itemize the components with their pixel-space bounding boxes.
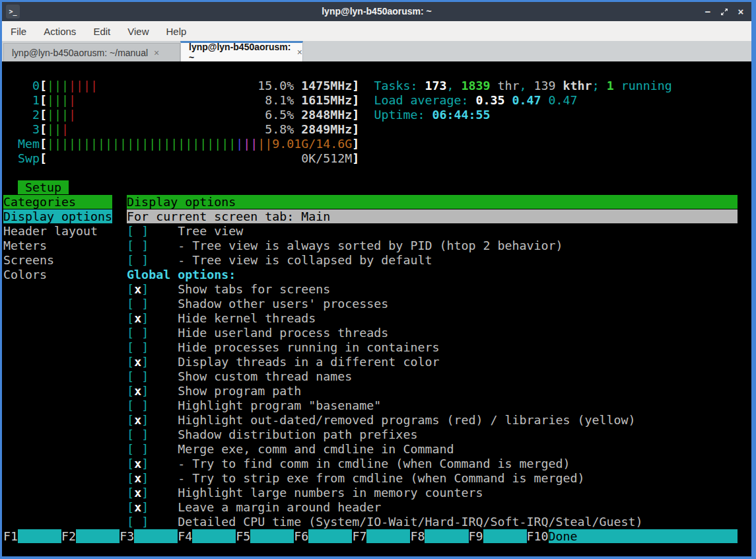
text-segment: ||| (47, 108, 69, 122)
text-segment (112, 442, 127, 456)
fkey-f6-label[interactable] (308, 529, 352, 543)
fkey-f10[interactable]: F10 (527, 529, 549, 543)
terminal-window: >_ lynp@lyn-b450aorusm: ~ − × File Actio… (0, 0, 756, 559)
text-segment: || (258, 137, 272, 151)
fkey-f1[interactable]: F1 (3, 529, 18, 543)
fkey-f9-label[interactable] (483, 529, 527, 543)
option-detailed-cpu-time-system-io-wait-hard-irq-[interactable]: [ ] Detailed CPU time (System/IO-Wait/Ha… (127, 515, 642, 529)
fkey-f8[interactable]: F8 (410, 529, 425, 543)
text-segment (149, 369, 178, 383)
terminal-screen[interactable]: 0[||||||| 15.0% 1475MHz] Tasks: 173, 183… (2, 61, 751, 556)
option-leave-a-margin-around-header[interactable]: [x] Leave a margin around header (127, 500, 381, 514)
checkbox-bracket: [ (127, 239, 134, 252)
checkbox-bracket: [ (127, 224, 134, 238)
close-button[interactable]: × (736, 7, 746, 17)
option-highlight-out-dated-removed-programs-red-l[interactable]: [x] Highlight out-dated/removed programs… (127, 413, 635, 427)
option-tree-view-is-always-sorted-by-pid-htop-2-b[interactable]: [ ] - Tree view is always sorted by PID … (127, 239, 563, 252)
menu-item-file[interactable]: File (8, 26, 29, 37)
option-hide-kernel-threads[interactable]: [x] Hide kernel threads (127, 311, 316, 325)
text-segment: 139 (534, 79, 556, 93)
fkey-f5[interactable]: F5 (236, 529, 250, 543)
option-label: Tree view (178, 224, 243, 238)
option-show-program-path[interactable]: [x] Show program path (127, 384, 301, 398)
fkey-f2-label[interactable] (76, 529, 120, 543)
option-try-to-find-comm-in-cmdline-when-command-i[interactable]: [x] - Try to find comm in cmdline (when … (127, 457, 570, 470)
checkbox-bracket: ] (141, 224, 149, 238)
checkbox-unchecked (134, 239, 141, 252)
setup-row: [ ] Show custom thread names (3, 369, 352, 384)
text-segment (3, 355, 112, 369)
option-hide-processes-running-in-containers[interactable]: [ ] Hide processes running in containers (127, 340, 439, 354)
fkey-f6[interactable]: F6 (294, 529, 308, 543)
text-segment: 173 (425, 79, 446, 93)
checkbox-bracket: ] (141, 369, 149, 383)
text-segment (149, 515, 178, 529)
menu-item-help[interactable]: Help (163, 26, 189, 37)
option-merge-exe-comm-and-cmdline-in-command[interactable]: [ ] Merge exe, comm and cmdline in Comma… (127, 442, 454, 456)
option-highlight-program-basename[interactable]: [ ] Highlight program "basename" (127, 398, 381, 412)
menu-item-actions[interactable]: Actions (41, 26, 79, 37)
checkbox-checked-icon: x (134, 486, 141, 500)
text-segment: [ (40, 79, 47, 93)
text-segment (3, 151, 18, 165)
fkey-f3-label[interactable] (134, 529, 178, 543)
option-tree-view[interactable]: [ ] Tree view (127, 224, 243, 238)
fkey-f1-label[interactable] (18, 529, 61, 543)
maximize-restore-button[interactable] (719, 7, 730, 17)
checkbox-bracket: ] (141, 398, 149, 412)
tab-home-active[interactable]: lynp@lyn-b450aorusm: ~ × (180, 41, 303, 61)
setup-row: [x] Show tabs for screens (3, 282, 330, 297)
text-segment (149, 282, 178, 296)
fkey-f8-label[interactable] (425, 529, 468, 543)
text-segment: 5.8% (258, 122, 301, 136)
setup-row: [x] Highlight out-dated/removed programs… (3, 413, 636, 428)
fkey-f4-label[interactable] (192, 529, 236, 543)
text-segment: 6.5% (258, 108, 301, 122)
option-try-to-strip-exe-from-cmdline-when-command[interactable]: [x] - Try to strip exe from cmdline (whe… (127, 471, 584, 485)
menu-item-view[interactable]: View (125, 26, 151, 37)
option-hide-userland-process-threads[interactable]: [ ] Hide userland process threads (127, 326, 388, 340)
fkey-f10-label[interactable]: Done (549, 529, 738, 543)
fkey-f9[interactable]: F9 (469, 529, 483, 543)
tab-manual[interactable]: lynp@lyn-b450aorusm: ~/manual × (3, 43, 180, 61)
window-title: lynp@lyn-b450aorusm: ~ (2, 2, 751, 21)
text-segment (112, 471, 127, 485)
option-label: Shadow distribution path prefixes (178, 428, 417, 441)
checkbox-bracket: ] (141, 326, 149, 340)
tab-close-icon[interactable]: × (297, 47, 302, 57)
option-show-custom-thread-names[interactable]: [ ] Show custom thread names (127, 369, 352, 383)
minimize-button[interactable]: − (703, 7, 713, 17)
category-item-header-layout[interactable]: Header layout (3, 224, 112, 238)
setup-tab[interactable]: Setup (18, 180, 69, 194)
category-item-colors[interactable]: Colors (3, 268, 112, 281)
option-shadow-other-users-processes[interactable]: [ ] Shadow other users' processes (127, 297, 388, 311)
option-display-threads-in-a-different-color[interactable]: [x] Display threads in a different color (127, 355, 439, 369)
fkey-f7-label[interactable] (366, 529, 410, 543)
text-segment (149, 340, 178, 354)
tab-label: lynp@lyn-b450aorusm: ~/manual (12, 48, 148, 58)
category-item-display-options[interactable]: Display options (3, 209, 112, 223)
text-segment (112, 268, 127, 281)
option-tree-view-is-collapsed-by-default[interactable]: [ ] - Tree view is collapsed by default (127, 253, 432, 267)
text-segment: ||| (47, 93, 69, 107)
text-segment (112, 326, 127, 340)
checkbox-bracket: ] (141, 340, 149, 354)
options-panel-header: Display options (127, 195, 738, 209)
fkey-f3[interactable]: F3 (120, 529, 134, 543)
fkey-f7[interactable]: F7 (352, 529, 366, 543)
fkey-f4[interactable]: F4 (178, 529, 192, 543)
titlebar[interactable]: >_ lynp@lyn-b450aorusm: ~ − × (2, 2, 751, 21)
option-show-tabs-for-screens[interactable]: [x] Show tabs for screens (127, 282, 330, 296)
category-item-meters[interactable]: Meters (3, 239, 112, 252)
text-segment: [ (40, 137, 47, 151)
option-label: Display threads in a different color (178, 355, 439, 369)
text-segment (149, 457, 178, 470)
category-item-screens[interactable]: Screens (3, 253, 112, 267)
fkey-f2[interactable]: F2 (61, 529, 76, 543)
fkey-f5-label[interactable] (250, 529, 294, 543)
tab-close-icon[interactable]: × (154, 48, 159, 58)
option-shadow-distribution-path-prefixes[interactable]: [ ] Shadow distribution path prefixes (127, 428, 417, 441)
text-segment: | (61, 122, 69, 136)
menu-item-edit[interactable]: Edit (90, 26, 113, 37)
option-highlight-large-numbers-in-memory-counters[interactable]: [x] Highlight large numbers in memory co… (127, 486, 483, 500)
